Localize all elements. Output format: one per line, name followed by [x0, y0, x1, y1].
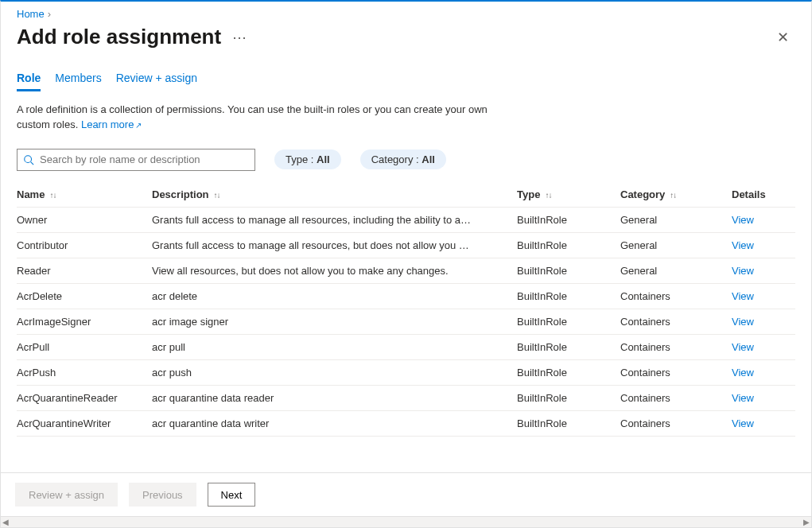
view-link[interactable]: View [732, 316, 754, 328]
table-row[interactable]: AcrPushacr pushBuiltInRoleContainersView [17, 359, 795, 385]
view-link[interactable]: View [732, 290, 754, 302]
cell-category: General [620, 258, 732, 283]
cell-description: acr delete [152, 283, 517, 309]
view-link[interactable]: View [732, 341, 754, 353]
cell-type: BuiltInRole [517, 334, 620, 359]
cell-category: General [620, 207, 732, 232]
cell-name: AcrQuarantineReader [17, 385, 152, 410]
search-input[interactable] [17, 149, 255, 171]
cell-description: acr image signer [152, 309, 517, 334]
sort-icon: ↑↓ [214, 191, 220, 200]
roles-table: Name↑↓ Description↑↓ Type↑↓ Category↑↓ D… [17, 181, 795, 437]
sort-icon: ↑↓ [49, 191, 56, 200]
cell-name: AcrImageSigner [17, 309, 152, 334]
table-row[interactable]: OwnerGrants full access to manage all re… [17, 207, 795, 232]
cell-description: acr quarantine data reader [152, 385, 517, 410]
tab-review-assign[interactable]: Review + assign [116, 72, 197, 91]
tab-role[interactable]: Role [17, 72, 41, 91]
cell-name: AcrQuarantineWriter [17, 410, 152, 436]
table-row[interactable]: ContributorGrants full access to manage … [17, 232, 795, 258]
column-header-type[interactable]: Type↑↓ [517, 181, 620, 208]
table-row[interactable]: AcrDeleteacr deleteBuiltInRoleContainers… [17, 283, 795, 309]
cell-category: General [620, 232, 732, 258]
close-button[interactable]: ✕ [771, 25, 795, 49]
view-link[interactable]: View [732, 239, 754, 251]
cell-name: AcrDelete [17, 283, 152, 309]
breadcrumb-home[interactable]: Home [17, 8, 45, 20]
cell-category: Containers [620, 410, 732, 436]
cell-type: BuiltInRole [517, 207, 620, 232]
cell-type: BuiltInRole [517, 359, 620, 385]
table-row[interactable]: AcrQuarantineWriteracr quarantine data w… [17, 410, 795, 436]
table-row[interactable]: AcrPullacr pullBuiltInRoleContainersView [17, 334, 795, 359]
cell-description: Grants full access to manage all resourc… [152, 232, 517, 258]
learn-more-link[interactable]: Learn more↗ [81, 118, 142, 130]
sort-icon: ↑↓ [670, 191, 676, 200]
cell-type: BuiltInRole [517, 283, 620, 309]
cell-name: AcrPull [17, 334, 152, 359]
cell-name: Contributor [17, 232, 152, 258]
cell-name: AcrPush [17, 359, 152, 385]
previous-button[interactable]: Previous [129, 483, 196, 507]
filter-type[interactable]: Type : All [274, 149, 341, 169]
view-link[interactable]: View [732, 367, 754, 379]
view-link[interactable]: View [732, 392, 754, 404]
external-link-icon: ↗ [135, 121, 142, 130]
page-title: Add role assignment [17, 25, 221, 49]
cell-type: BuiltInRole [517, 232, 620, 258]
cell-category: Containers [620, 309, 732, 334]
horizontal-scrollbar[interactable]: ◀▶ [1, 516, 811, 527]
chevron-right-icon: › [48, 8, 51, 20]
cell-description: acr push [152, 359, 517, 385]
column-header-category[interactable]: Category↑↓ [620, 181, 732, 208]
next-button[interactable]: Next [208, 483, 256, 507]
cell-name: Owner [17, 207, 152, 232]
cell-type: BuiltInRole [517, 410, 620, 436]
cell-category: Containers [620, 359, 732, 385]
cell-type: BuiltInRole [517, 385, 620, 410]
cell-name: Reader [17, 258, 152, 283]
cell-description: acr pull [152, 334, 517, 359]
footer-actions: Review + assign Previous Next [1, 472, 811, 516]
sort-icon: ↑↓ [545, 191, 551, 200]
table-row[interactable]: AcrQuarantineReaderacr quarantine data r… [17, 385, 795, 410]
tabs: Role Members Review + assign [1, 56, 811, 91]
more-actions-button[interactable]: ⋯ [232, 29, 247, 46]
view-link[interactable]: View [732, 214, 754, 226]
tab-members[interactable]: Members [55, 72, 101, 91]
review-assign-button[interactable]: Review + assign [15, 483, 118, 507]
cell-category: Containers [620, 385, 732, 410]
cell-description: Grants full access to manage all resourc… [152, 207, 517, 232]
table-row[interactable]: AcrImageSigneracr image signerBuiltInRol… [17, 309, 795, 334]
filter-category[interactable]: Category : All [360, 149, 446, 169]
cell-category: Containers [620, 334, 732, 359]
column-header-description[interactable]: Description↑↓ [152, 181, 517, 208]
breadcrumb: Home› [1, 2, 811, 21]
cell-type: BuiltInRole [517, 309, 620, 334]
view-link[interactable]: View [732, 265, 754, 277]
cell-type: BuiltInRole [517, 258, 620, 283]
column-header-details: Details [732, 181, 795, 208]
view-link[interactable]: View [732, 417, 754, 429]
column-header-name[interactable]: Name↑↓ [17, 181, 152, 208]
description-text: A role definition is a collection of per… [1, 91, 510, 136]
cell-description: View all resources, but does not allow y… [152, 258, 517, 283]
cell-description: acr quarantine data writer [152, 410, 517, 436]
cell-category: Containers [620, 283, 732, 309]
table-row[interactable]: ReaderView all resources, but does not a… [17, 258, 795, 283]
